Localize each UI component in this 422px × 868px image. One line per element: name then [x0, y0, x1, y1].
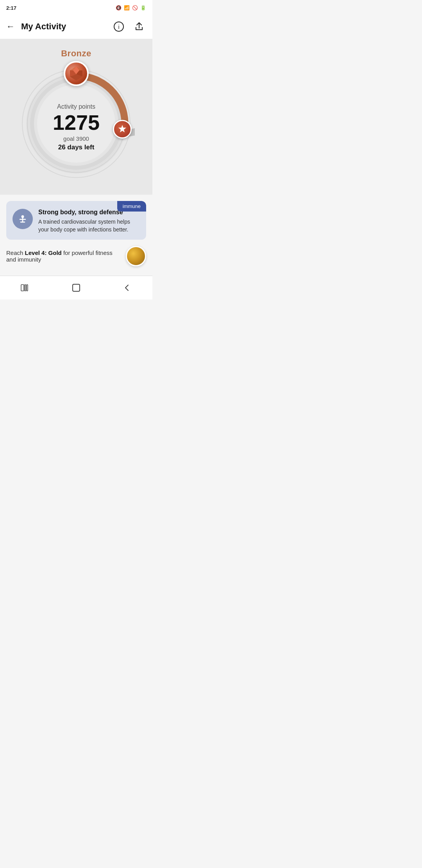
- info-card: immune Strong body, strong defense A tra…: [6, 201, 146, 240]
- points-label: Activity points: [53, 103, 100, 110]
- back-nav-button[interactable]: [115, 281, 139, 295]
- blocked-icon: 🚫: [132, 5, 138, 11]
- star-badge: [113, 120, 132, 138]
- activity-ring: Activity points 1275 goal 3900 26 days l…: [18, 65, 135, 182]
- status-icons: 🔇 📶 🚫 🔋: [116, 5, 146, 11]
- next-level-name: Level 4: Gold: [25, 249, 62, 256]
- menu-button[interactable]: [14, 281, 37, 295]
- page-title: My Activity: [21, 22, 112, 32]
- svg-rect-19: [25, 285, 26, 291]
- bottom-nav: [0, 276, 152, 299]
- wifi-icon: 📶: [124, 5, 130, 11]
- battery-icon: 🔋: [140, 5, 146, 11]
- goal-label: goal 3900: [53, 135, 100, 142]
- svg-rect-20: [27, 285, 28, 291]
- svg-rect-21: [73, 284, 80, 291]
- info-card-content: Strong body, strong defense A trained ca…: [13, 209, 140, 233]
- share-button[interactable]: [132, 20, 146, 34]
- next-level-section: Reach Level 4: Gold for powerful fitness…: [6, 246, 146, 269]
- top-nav: ← My Activity i: [0, 14, 152, 39]
- info-button[interactable]: i: [112, 20, 126, 34]
- level-label: Bronze: [61, 48, 91, 59]
- info-card-badge: immune: [117, 201, 146, 212]
- points-value: 1275: [53, 112, 100, 133]
- mute-icon: 🔇: [116, 5, 122, 11]
- svg-marker-13: [118, 125, 126, 132]
- status-time: 2:17: [6, 5, 16, 11]
- days-left: 26 days left: [53, 143, 100, 151]
- info-card-icon: [13, 209, 33, 229]
- info-card-text-block: Strong body, strong defense A trained ca…: [38, 209, 140, 233]
- svg-rect-18: [21, 285, 24, 291]
- status-bar: 2:17 🔇 📶 🚫 🔋: [0, 0, 152, 14]
- activity-section: Bronze: [0, 39, 152, 195]
- gold-medal: [126, 246, 146, 266]
- ring-center-info: Activity points 1275 goal 3900 26 days l…: [53, 103, 100, 151]
- home-button[interactable]: [64, 281, 88, 295]
- nav-action-icons: i: [112, 20, 146, 34]
- info-card-body: A trained cardiovascular system helps yo…: [38, 218, 140, 233]
- svg-point-14: [21, 215, 24, 218]
- back-button[interactable]: ←: [6, 22, 15, 32]
- bronze-medal: [64, 61, 89, 86]
- svg-text:i: i: [118, 24, 119, 30]
- next-level-text: Reach Level 4: Gold for powerful fitness…: [6, 249, 121, 263]
